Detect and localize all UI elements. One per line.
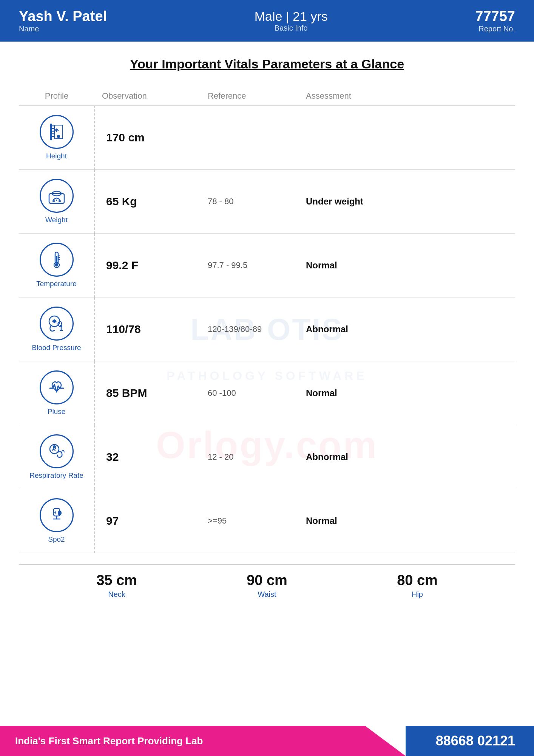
weight-label: Weight — [23, 216, 90, 224]
table-row: Respiratory Rate 32 12 - 20 Abnormal — [19, 425, 515, 489]
respiratory-rate-reference: 12 - 20 — [200, 425, 298, 489]
spo2-icon-circle — [40, 498, 74, 532]
footer: India's First Smart Report Providing Lab… — [0, 726, 534, 756]
footer-tagline: India's First Smart Report Providing Lab — [0, 726, 406, 756]
spo2-label: Spo2 — [23, 535, 90, 544]
report-number: 77757 — [475, 8, 515, 25]
temperature-assessment: Normal — [298, 234, 515, 297]
bottom-measurements: 35 cm Neck 90 cm Waist 80 cm Hip — [19, 564, 515, 606]
height-observation: 170 cm — [94, 106, 200, 170]
measurement-value: 90 cm — [247, 572, 287, 589]
pulse-reference: 60 -100 — [200, 361, 298, 425]
respiratory-rate-label: Respiratory Rate — [23, 471, 90, 480]
measurement-item: 90 cm Waist — [247, 572, 287, 599]
name-label: Name — [19, 25, 107, 33]
profile-cell-height: Height — [19, 106, 94, 170]
profile-cell-blood-pressure: Blood Pressure — [19, 297, 94, 361]
table-row: Temperature 99.2 F 97.7 - 99.5 Normal — [19, 234, 515, 297]
table-row: Weight 65 Kg 78 - 80 Under weight — [19, 170, 515, 234]
weight-observation: 65 Kg — [94, 170, 200, 234]
patient-name: Yash V. Patel — [19, 8, 107, 25]
pulse-label: Pluse — [23, 407, 90, 416]
profile-cell-spo2: Spo2 — [19, 489, 94, 553]
basic-info-value: Male | 21 yrs — [255, 9, 328, 24]
measurement-item: 80 cm Hip — [397, 572, 438, 599]
spo2-assessment: Normal — [298, 489, 515, 553]
temperature-icon-circle — [40, 243, 74, 277]
main-content: LAB OTIS PATHOLOGY SOFTWARE Orlogy.com Y… — [0, 42, 534, 618]
svg-rect-0 — [50, 124, 52, 140]
height-label: Height — [23, 152, 90, 160]
measurement-label: Neck — [96, 590, 137, 599]
table-row: Height 170 cm — [19, 106, 515, 170]
col-observation: Observation — [94, 87, 200, 106]
page-title: Your Important Vitals Parameters at a Gl… — [19, 57, 515, 71]
temperature-label: Temperature — [23, 280, 90, 288]
report-label: Report No. — [475, 25, 515, 33]
basic-info-label: Basic Info — [255, 24, 328, 33]
table-row: Pluse 85 BPM 60 -100 Normal — [19, 361, 515, 425]
spo2-observation: 97 — [94, 489, 200, 553]
profile-cell-weight: Weight — [19, 170, 94, 234]
measurement-label: Waist — [247, 590, 287, 599]
weight-reference: 78 - 80 — [200, 170, 298, 234]
height-icon-circle — [40, 115, 74, 149]
pulse-assessment: Normal — [298, 361, 515, 425]
svg-rect-15 — [56, 256, 57, 263]
height-assessment — [298, 106, 515, 170]
measurement-item: 35 cm Neck — [96, 572, 137, 599]
measurement-value: 80 cm — [397, 572, 438, 589]
col-assessment: Assessment — [298, 87, 515, 106]
measurement-value: 35 cm — [96, 572, 137, 589]
blood-pressure-reference: 120-139/80-89 — [200, 297, 298, 361]
header-basic-block: Male | 21 yrs Basic Info — [255, 9, 328, 33]
blood-pressure-label: Blood Pressure — [23, 344, 90, 352]
header-report-block: 77757 Report No. — [475, 8, 515, 33]
table-row: Blood Pressure 110/78 120-139/80-89 Abno… — [19, 297, 515, 361]
svg-point-11 — [59, 200, 61, 202]
footer-phone: 88668 02121 — [406, 726, 534, 756]
profile-cell-pulse: Pluse — [19, 361, 94, 425]
table-row: Spo2 97 >=95 Normal — [19, 489, 515, 553]
svg-point-21 — [60, 325, 62, 327]
temperature-reference: 97.7 - 99.5 — [200, 234, 298, 297]
pulse-icon-circle — [40, 370, 74, 404]
temperature-observation: 99.2 F — [94, 234, 200, 297]
weight-assessment: Under weight — [298, 170, 515, 234]
spo2-reference: >=95 — [200, 489, 298, 553]
measurement-label: Hip — [397, 590, 438, 599]
col-profile: Profile — [19, 87, 94, 106]
blood-pressure-assessment: Abnormal — [298, 297, 515, 361]
profile-cell-respiratory-rate: Respiratory Rate — [19, 425, 94, 489]
svg-point-16 — [55, 263, 58, 266]
header: Yash V. Patel Name Male | 21 yrs Basic I… — [0, 0, 534, 42]
svg-point-7 — [57, 135, 60, 138]
vitals-table: Profile Observation Reference Assessment… — [19, 87, 515, 553]
respiratory-rate-assessment: Abnormal — [298, 425, 515, 489]
col-reference: Reference — [200, 87, 298, 106]
respiratory-rate-observation: 32 — [94, 425, 200, 489]
height-reference — [200, 106, 298, 170]
blood-pressure-observation: 110/78 — [94, 297, 200, 361]
respiratory-rate-icon-circle — [40, 434, 74, 468]
profile-cell-temperature: Temperature — [19, 234, 94, 297]
svg-point-10 — [52, 200, 55, 202]
svg-point-25 — [53, 445, 56, 448]
header-name-block: Yash V. Patel Name — [19, 8, 107, 33]
weight-icon-circle — [40, 179, 74, 213]
blood-pressure-icon-circle — [40, 307, 74, 341]
pulse-observation: 85 BPM — [94, 361, 200, 425]
